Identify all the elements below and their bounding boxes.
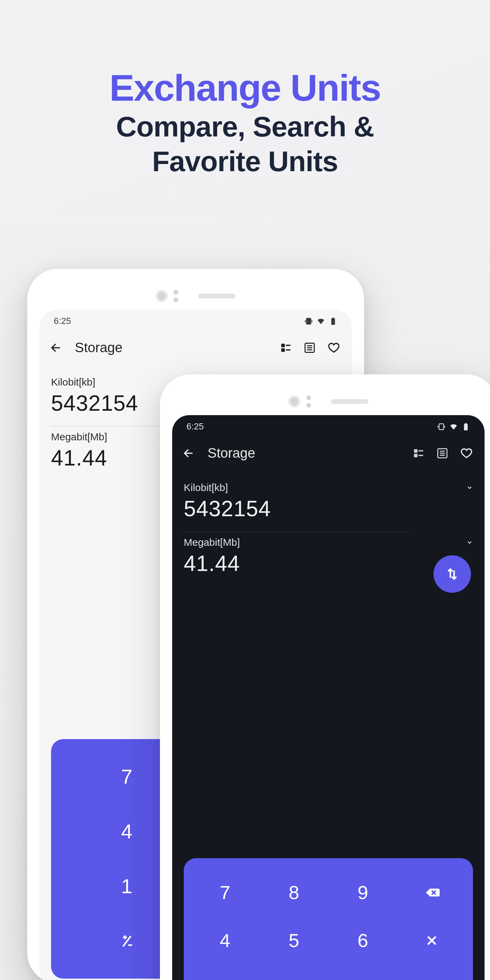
screen-title: Storage	[208, 445, 400, 461]
from-unit-label: Kilobit[kb]	[51, 376, 95, 388]
wifi-icon	[449, 422, 458, 431]
battery-icon	[329, 317, 337, 326]
from-unit-value: 5432154	[184, 496, 473, 521]
app-bar: Storage	[172, 436, 485, 468]
phone-screen-dark: 6:25 Storage	[172, 415, 485, 980]
compare-button[interactable]	[280, 342, 292, 354]
key-4[interactable]: 4	[191, 916, 259, 964]
svg-rect-0	[331, 318, 335, 325]
to-unit-dropdown[interactable]	[466, 539, 473, 546]
key-1[interactable]: 1	[191, 964, 259, 980]
chevron-down-icon	[466, 539, 473, 546]
from-unit-block[interactable]: Kilobit[kb] 5432154	[184, 477, 473, 531]
svg-rect-5	[286, 349, 291, 350]
phone-sensors	[40, 286, 352, 306]
key-copy[interactable]	[398, 964, 466, 980]
key-9[interactable]: 9	[328, 869, 398, 916]
list-icon	[436, 447, 449, 460]
from-unit-dropdown[interactable]	[466, 484, 473, 491]
svg-rect-9	[414, 449, 418, 453]
svg-rect-1	[332, 318, 334, 318]
arrow-left-icon	[182, 447, 195, 460]
vibrate-icon	[437, 422, 446, 431]
close-icon	[424, 933, 440, 948]
grid-list-icon	[412, 447, 425, 460]
key-3[interactable]: 3	[328, 964, 398, 980]
swap-units-button[interactable]	[434, 555, 471, 593]
battery-icon	[461, 422, 470, 431]
list-icon	[304, 342, 316, 354]
phone-frame-dark: 6:25 Storage	[160, 374, 490, 980]
heart-icon	[460, 447, 473, 460]
plus-minus-icon	[119, 933, 135, 949]
svg-rect-12	[418, 455, 423, 456]
key-7[interactable]: 7	[191, 869, 259, 916]
headline-subtitle-line1: Compare, Search &	[0, 111, 490, 142]
favorite-button[interactable]	[327, 341, 340, 354]
list-button[interactable]	[304, 342, 316, 354]
svg-rect-11	[418, 450, 423, 452]
back-button[interactable]	[50, 341, 63, 354]
chevron-down-icon	[466, 484, 473, 491]
phone-sensors	[172, 391, 485, 412]
svg-rect-2	[282, 344, 285, 347]
svg-rect-7	[464, 424, 468, 430]
numeric-keypad: 7 8 9 4 5 6 1 2 3	[184, 858, 473, 980]
favorite-button[interactable]	[460, 447, 473, 460]
key-clear[interactable]	[398, 916, 466, 964]
arrow-left-icon	[50, 341, 63, 354]
list-button[interactable]	[436, 447, 449, 460]
swap-vertical-icon	[445, 566, 460, 582]
headline-title: Exchange Units	[0, 68, 490, 108]
status-time: 6:25	[54, 316, 71, 326]
grid-list-icon	[280, 342, 292, 354]
key-backspace[interactable]	[398, 869, 466, 916]
to-unit-label: Megabit[Mb]	[184, 537, 240, 548]
status-bar: 6:25	[40, 310, 352, 331]
wifi-icon	[317, 317, 325, 326]
backspace-icon	[424, 885, 440, 900]
key-5[interactable]: 5	[259, 916, 329, 964]
svg-rect-4	[286, 345, 291, 346]
vibrate-icon	[304, 317, 313, 326]
back-button[interactable]	[182, 447, 195, 460]
svg-rect-10	[414, 453, 418, 457]
status-bar: 6:25	[172, 415, 485, 436]
screen-title: Storage	[75, 340, 267, 355]
to-unit-block[interactable]: Megabit[Mb] 41.44	[184, 532, 473, 586]
svg-rect-8	[465, 423, 466, 424]
key-6[interactable]: 6	[328, 916, 398, 964]
conversion-content: Kilobit[kb] 5432154 Megabit[Mb] 41.44	[172, 468, 485, 586]
key-2[interactable]: 2	[259, 964, 329, 980]
promo-headline: Exchange Units Compare, Search & Favorit…	[0, 0, 490, 177]
app-bar: Storage	[40, 331, 352, 362]
headline-subtitle-line2: Favorite Units	[0, 146, 490, 177]
status-time: 6:25	[186, 421, 204, 432]
to-unit-label: Megabit[Mb]	[51, 431, 107, 443]
from-unit-label: Kilobit[kb]	[184, 482, 228, 493]
svg-rect-3	[282, 348, 285, 352]
compare-button[interactable]	[412, 447, 425, 460]
status-icons	[437, 422, 470, 431]
status-icons	[304, 317, 337, 326]
key-8[interactable]: 8	[259, 869, 329, 916]
heart-icon	[327, 341, 340, 354]
to-unit-value: 41.44	[184, 551, 473, 576]
